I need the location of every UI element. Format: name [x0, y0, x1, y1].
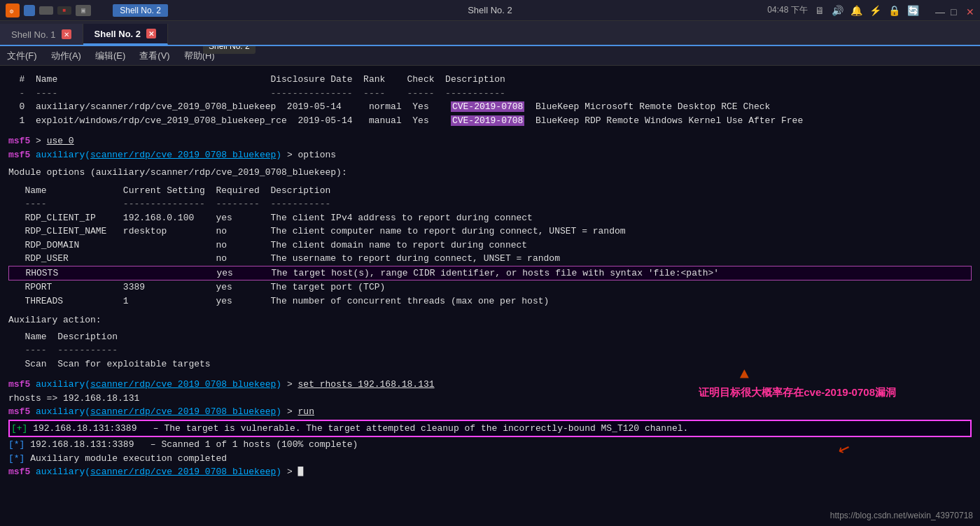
terminal[interactable]: # Name Disclosure Date Rank Check Descri…: [0, 66, 980, 526]
opts-header: Name Current Setting Required Descriptio…: [8, 184, 972, 198]
opts-sep: ---- --------------- -------- ----------…: [8, 197, 972, 211]
results-sep: - ---- --------------- ---- ----- ------…: [8, 87, 972, 101]
aux-col-header: Name Description: [8, 330, 972, 344]
icon1[interactable]: [24, 5, 35, 16]
titlebar-left: ⚙ ■ ▣ Shell No. 2: [6, 3, 168, 17]
watermark: https://blog.csdn.net/weixin_43970718: [830, 509, 973, 522]
result-row-1: 1 exploit/windows/rdp/cve_2019_0708_blue…: [8, 114, 972, 128]
opt-rdp-user: RDP_USER no The username to report durin…: [8, 252, 972, 266]
network-icon: 🖥: [815, 5, 825, 16]
volume-icon: 🔊: [832, 5, 844, 16]
close-button[interactable]: ✕: [966, 6, 974, 15]
titlebar-right: 04:48 下午 🖥 🔊 🔔 ⚡ 🔒 🔄 — □ ✕: [767, 4, 974, 16]
result-scanned: [*] 192.168.18.131:3389 – Scanned 1 of 1…: [8, 438, 972, 452]
opt-rdp-domain: RDP_DOMAIN no The client domain name to …: [8, 239, 972, 253]
opt-rdp-client-ip: RDP_CLIENT_IP 192.168.0.100 yes The clie…: [8, 211, 972, 225]
tab-shell2[interactable]: Shell No. 2 ✕: [83, 24, 168, 45]
cmd-use0: msf5 > use 0: [8, 134, 972, 148]
opt-rdp-client-name: RDP_CLIENT_NAME rdesktop no The client c…: [8, 225, 972, 239]
module-options-header: Module options (auxiliary/scanner/rdp/cv…: [8, 166, 972, 180]
tab-close-shell2[interactable]: ✕: [146, 29, 156, 38]
menu-file[interactable]: 文件(F): [7, 50, 37, 62]
cmd-run: msf5 auxiliary(scanner/rdp/cve_2019_0708…: [8, 405, 972, 419]
annotation-text: 证明目标很大概率存在cve-2019-0708漏洞: [699, 385, 896, 401]
tab-close-shell1[interactable]: ✕: [62, 29, 71, 39]
refresh-icon: 🔄: [907, 5, 919, 16]
titlebar-title: Shell No. 2: [468, 5, 512, 15]
opt-rhosts: RHOSTS yes The target host(s), range CID…: [8, 266, 972, 281]
menubar: 文件(F) 动作(A) 编辑(E) 查看(V) 帮助(H): [0, 46, 980, 66]
result-row-0: 0 auxiliary/scanner/rdp/cve_2019_0708_bl…: [8, 100, 972, 114]
aux-action-header: Auxiliary action:: [8, 313, 972, 327]
app-icon: ⚙: [6, 3, 20, 17]
result-vulnerable-box: [+] 192.168.18.131:3389 – The target is …: [8, 420, 972, 438]
menu-edit[interactable]: 编辑(E): [95, 50, 125, 62]
power-icon: ⚡: [869, 5, 881, 16]
titlebar-tab[interactable]: Shell No. 2: [113, 4, 168, 17]
cmd-final: msf5 auxiliary(scanner/rdp/cve_2019_0708…: [8, 465, 972, 479]
menu-view[interactable]: 查看(V): [139, 50, 169, 62]
minimize-button[interactable]: —: [935, 6, 944, 15]
titlebar: ⚙ ■ ▣ Shell No. 2 Shell No. 2 04:48 下午 🖥…: [0, 0, 980, 21]
icon3[interactable]: ■: [57, 6, 71, 15]
cmd-options: msf5 auxiliary(scanner/rdp/cve_2019_0708…: [8, 148, 972, 162]
tab-shell1[interactable]: Shell No. 1 ✕: [0, 24, 83, 45]
tabbar: Shell No. 1 ✕ Shell No. 2 ✕: [0, 21, 980, 46]
opt-rport: RPORT 3389 yes The target port (TCP): [8, 280, 972, 294]
icon4[interactable]: ▣: [76, 5, 91, 16]
annotation-triangle: ▲: [740, 363, 749, 386]
bell-icon: 🔔: [850, 5, 862, 16]
opt-threads: THREADS 1 yes The number of concurrent t…: [8, 294, 972, 308]
aux-col-sep: ---- -----------: [8, 343, 972, 357]
result-complete: [*] Auxiliary module execution completed: [8, 452, 972, 466]
aux-scan: Scan Scan for exploitable targets: [8, 357, 972, 371]
maximize-button[interactable]: □: [951, 6, 959, 15]
icon2[interactable]: [39, 6, 53, 15]
results-header: # Name Disclosure Date Rank Check Descri…: [8, 73, 972, 87]
svg-text:⚙: ⚙: [9, 8, 14, 15]
lock-icon: 🔒: [888, 5, 900, 16]
menu-action[interactable]: 动作(A): [51, 50, 81, 62]
